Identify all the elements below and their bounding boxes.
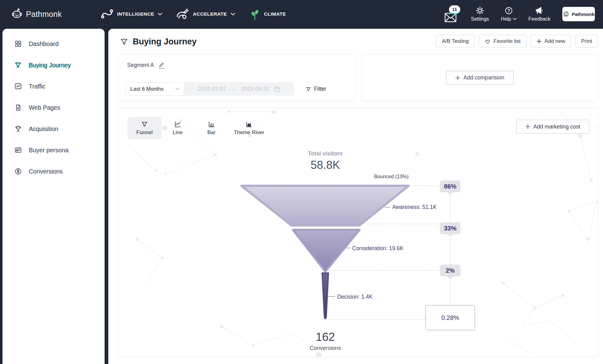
sidebar: Dashboard Buying Journey Traffic Web Pag… <box>3 29 105 364</box>
total-visitors-label: Total visitors <box>294 150 357 157</box>
dollar-circle-icon <box>14 168 22 175</box>
sidebar-item-buying-journey[interactable]: Buying Journey <box>3 54 105 76</box>
date-preset-select[interactable]: Last 6 Months <box>126 82 184 96</box>
plus-icon <box>537 39 542 44</box>
tab-theme-river[interactable]: Theme River <box>226 117 272 139</box>
favorite-list-button[interactable]: Favorite list <box>479 35 527 48</box>
add-new-button[interactable]: Add new <box>531 35 571 48</box>
chevron-down-icon <box>231 13 235 16</box>
pencil-icon <box>159 62 164 68</box>
add-new-label: Add new <box>544 38 565 44</box>
inbox-button[interactable]: 11 <box>445 5 459 23</box>
sidebar-item-buyer-persona[interactable]: Buyer persona <box>3 139 105 161</box>
date-end-value: 2024-08-31 <box>241 86 270 92</box>
tab-label: Theme River <box>234 129 264 136</box>
traffic-chart-icon <box>14 83 22 90</box>
sidebar-item-label: Dashboard <box>29 40 59 48</box>
account-button[interactable]: Pathmonk <box>562 7 595 21</box>
settings-button[interactable]: Settings <box>471 7 489 22</box>
stage-rate-badge: 2% <box>440 265 461 276</box>
segment-name: Segment A <box>127 62 154 68</box>
help-label: Help <box>501 16 511 22</box>
date-range-input[interactable]: 2024-03-01 → 2024-08-31 <box>184 82 294 96</box>
nav-menu-label: CLIMATE <box>264 11 286 17</box>
stage-rate-badge: 33% <box>440 222 461 234</box>
add-marketing-cost-button[interactable]: Add marketing cost <box>516 120 589 134</box>
funnel-stage-decision <box>322 273 328 319</box>
sidebar-item-traffic[interactable]: Traffic <box>3 76 105 97</box>
arrow-right-icon: → <box>231 86 236 92</box>
dashboard-grid-icon <box>14 40 22 48</box>
ab-testing-label: A/B Testing <box>442 38 469 44</box>
nav-menu-intelligence[interactable]: INTELLIGENCE <box>101 0 162 28</box>
nav-menu-climate[interactable]: CLIMATE <box>250 0 286 28</box>
bar-chart-icon <box>208 121 215 128</box>
plus-icon <box>455 75 460 80</box>
intelligence-route-icon <box>101 9 113 19</box>
sidebar-item-acquisition[interactable]: Acquisition <box>3 118 105 139</box>
page-title-row: Buying Journey <box>120 37 197 47</box>
settings-label: Settings <box>471 16 489 22</box>
ab-testing-button[interactable]: A/B Testing <box>436 35 475 48</box>
sidebar-item-conversions[interactable]: Conversions <box>3 161 105 182</box>
constellation-decoration <box>128 108 598 355</box>
total-visitors-value: 58.8K <box>294 159 357 172</box>
conversions-label: Conversions <box>294 345 357 351</box>
funnel-icon <box>120 38 128 46</box>
accelerate-speed-icon <box>176 8 189 20</box>
brand-name: Pathmonk <box>26 10 62 19</box>
calendar-icon <box>274 86 280 92</box>
line-chart-icon <box>174 121 182 128</box>
edit-segment-button[interactable] <box>159 62 164 68</box>
stage-label-decision: Decision: 1.4K <box>337 294 373 300</box>
feedback-label: Feedback <box>528 16 550 22</box>
comparison-card: Add comparision <box>361 54 598 101</box>
bounced-label: Bounced (13%) <box>346 174 409 179</box>
main-content: Buying Journey A/B Testing Favorite list… <box>108 29 603 364</box>
filter-button[interactable]: Filter <box>306 86 326 92</box>
tab-line[interactable]: Line <box>166 117 189 139</box>
sidebar-item-label: Acquisition <box>29 125 58 133</box>
feedback-button[interactable]: Feedback <box>528 7 550 22</box>
account-label: Pathmonk <box>572 12 595 17</box>
funnel-shapes <box>241 186 409 319</box>
tab-funnel[interactable]: Funnel <box>127 117 162 139</box>
funnel-icon <box>141 121 148 128</box>
tab-bar[interactable]: Bar <box>200 117 223 139</box>
robot-logo-icon <box>11 8 23 20</box>
help-button[interactable]: Help <box>501 7 517 22</box>
date-range-row: Last 6 Months 2024-03-01 → 2024-08-31 Fi… <box>126 82 326 96</box>
header-buttons: A/B Testing Favorite list Add new Print <box>436 35 598 48</box>
sidebar-item-label: Conversions <box>29 168 63 175</box>
nav-menu-label: INTELLIGENCE <box>117 11 154 17</box>
filter-label: Filter <box>314 86 326 92</box>
sidebar-item-dashboard[interactable]: Dashboard <box>3 33 105 54</box>
sidebar-item-label: Buyer persona <box>29 147 69 154</box>
brand-logo[interactable]: Pathmonk <box>11 0 62 28</box>
robot-account-icon <box>563 11 570 18</box>
stage-rate-badge: 86% <box>440 180 461 192</box>
funnel-icon <box>306 86 311 92</box>
sidebar-item-label: Web Pages <box>29 104 60 111</box>
heart-icon <box>485 38 491 44</box>
funnel-chart <box>118 108 598 357</box>
page-title: Buying Journey <box>133 37 197 47</box>
sidebar-item-web-pages[interactable]: Web Pages <box>3 97 105 118</box>
add-marketing-cost-label: Add marketing cost <box>533 124 580 130</box>
print-button[interactable]: Print <box>575 35 598 48</box>
sidebar-item-label: Traffic <box>29 83 45 90</box>
add-comparison-button[interactable]: Add comparision <box>446 71 514 85</box>
megaphone-icon <box>535 7 544 15</box>
funnel-icon <box>14 61 22 69</box>
id-card-icon <box>14 146 22 154</box>
favorite-list-label: Favorite list <box>493 38 521 44</box>
tab-label: Funnel <box>137 129 153 136</box>
notification-badge: 11 <box>449 5 460 14</box>
tab-label: Bar <box>207 129 215 136</box>
area-chart-icon <box>245 121 253 128</box>
nav-menu-accelerate[interactable]: ACCELERATE <box>176 0 235 28</box>
date-preset-value: Last 6 Months <box>130 86 164 92</box>
constellation-dots <box>136 110 598 357</box>
nav-right-cluster: 11 Settings <box>445 0 595 28</box>
funnel-stage-awareness <box>241 186 409 225</box>
